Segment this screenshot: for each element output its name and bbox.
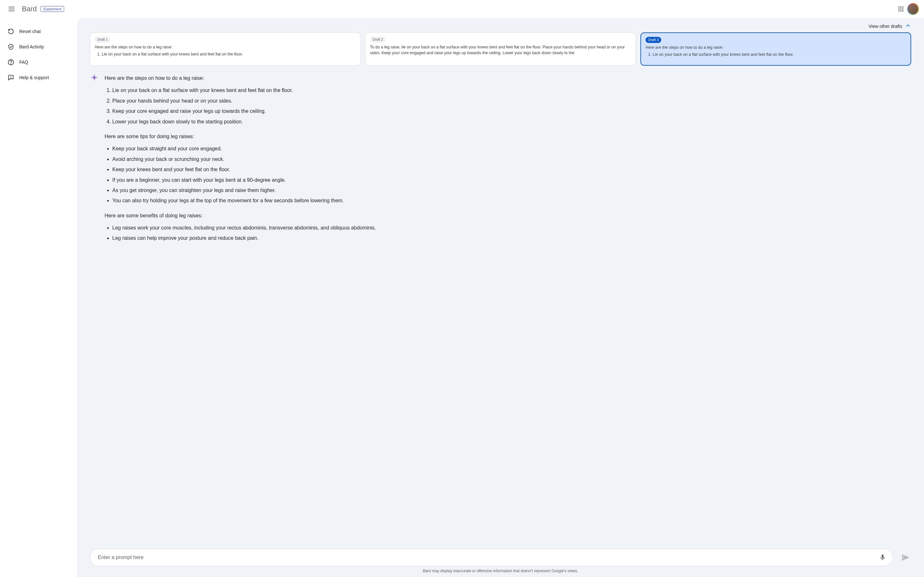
draft-label: Draft 2 xyxy=(370,37,386,43)
drafts-row: Draft 1 Here are the steps on how to do … xyxy=(90,32,911,66)
menu-button[interactable] xyxy=(5,3,18,15)
sidebar-item-label: FAQ xyxy=(19,60,28,65)
list-item: Keep your knees bent and your feet flat … xyxy=(112,165,376,174)
list-item: Leg raises can help improve your posture… xyxy=(112,234,376,243)
sidebar-item-reset-chat[interactable]: Reset chat xyxy=(3,24,74,39)
list-item: Keep your core engaged and raise your le… xyxy=(112,106,376,116)
prompt-input-wrapper xyxy=(90,549,893,566)
list-item: Leg raises work your core muscles, inclu… xyxy=(112,223,376,233)
benefits-intro: Here are some benefits of doing leg rais… xyxy=(105,211,376,221)
bard-spark-icon xyxy=(90,73,99,82)
list-item: As you get stronger, you can straighten … xyxy=(112,185,376,195)
mic-icon xyxy=(879,554,886,561)
input-area: Bard may display inaccurate or offensive… xyxy=(77,545,924,577)
chevron-up-icon xyxy=(905,23,911,30)
list-item: Avoid arching your back or scrunching yo… xyxy=(112,155,376,164)
view-drafts-toggle[interactable]: View other drafts xyxy=(90,21,911,32)
list-item: You can also try holding your legs at th… xyxy=(112,196,376,205)
sidebar: Reset chat Bard Activity FAQ Help & supp… xyxy=(0,18,77,577)
main-content: View other drafts Draft 1 Here are the s… xyxy=(77,18,924,577)
response-tips: Keep your back straight and your core en… xyxy=(105,144,376,205)
draft-label: Draft 1 xyxy=(95,37,110,43)
draft-card-3[interactable]: Draft 3 Here are the steps on how to do … xyxy=(640,32,911,66)
scroll-area[interactable]: View other drafts Draft 1 Here are the s… xyxy=(77,18,924,545)
shield-icon xyxy=(8,44,14,50)
experiment-badge: Experiment xyxy=(40,6,64,12)
send-button[interactable] xyxy=(900,552,911,563)
mic-button[interactable] xyxy=(877,552,888,563)
view-drafts-label: View other drafts xyxy=(869,24,902,29)
sidebar-item-label: Help & support xyxy=(19,75,49,80)
response-intro: Here are the steps on how to do a leg ra… xyxy=(105,73,376,83)
response-steps: Lie on your back on a flat surface with … xyxy=(105,85,376,127)
disclaimer: Bard may display inaccurate or offensive… xyxy=(90,566,911,574)
send-icon xyxy=(901,554,909,561)
avatar-image xyxy=(908,4,918,14)
list-item: If you are a beginner, you can start wit… xyxy=(112,175,376,185)
list-item: Lie on your back on a flat surface with … xyxy=(112,85,376,95)
reset-icon xyxy=(8,28,14,35)
tips-intro: Here are some tips for doing leg raises: xyxy=(105,132,376,141)
logo: Bard xyxy=(22,5,37,13)
hamburger-icon xyxy=(8,5,15,13)
response-content: Here are the steps on how to do a leg ra… xyxy=(105,73,376,248)
sidebar-item-label: Reset chat xyxy=(19,29,41,34)
draft-card-1[interactable]: Draft 1 Here are the steps on how to do … xyxy=(90,32,360,66)
response-benefits: Leg raises work your core muscles, inclu… xyxy=(105,223,376,243)
header: Bard Experiment xyxy=(0,0,924,18)
avatar[interactable] xyxy=(907,3,919,15)
list-item: Lower your legs back down slowly to the … xyxy=(112,117,376,127)
draft-label: Draft 3 xyxy=(646,37,661,43)
draft-preview: Here are the steps on how to do a leg ra… xyxy=(646,45,906,57)
prompt-input[interactable] xyxy=(98,554,877,560)
draft-preview: To do a leg raise, lie on your back on a… xyxy=(370,45,631,56)
response: Here are the steps on how to do a leg ra… xyxy=(90,73,911,261)
feedback-icon xyxy=(8,74,14,81)
list-item: Place your hands behind your head or on … xyxy=(112,96,376,106)
draft-card-2[interactable]: Draft 2 To do a leg raise, lie on your b… xyxy=(365,32,636,66)
sidebar-item-bard-activity[interactable]: Bard Activity xyxy=(3,40,74,54)
list-item: Keep your back straight and your core en… xyxy=(112,144,376,153)
question-icon xyxy=(8,59,14,65)
google-apps-button[interactable] xyxy=(898,6,903,11)
sidebar-item-label: Bard Activity xyxy=(19,44,44,49)
sidebar-item-faq[interactable]: FAQ xyxy=(3,55,74,69)
draft-preview: Here are the steps on how to do a leg ra… xyxy=(95,45,356,57)
sidebar-item-help-support[interactable]: Help & support xyxy=(3,71,74,85)
